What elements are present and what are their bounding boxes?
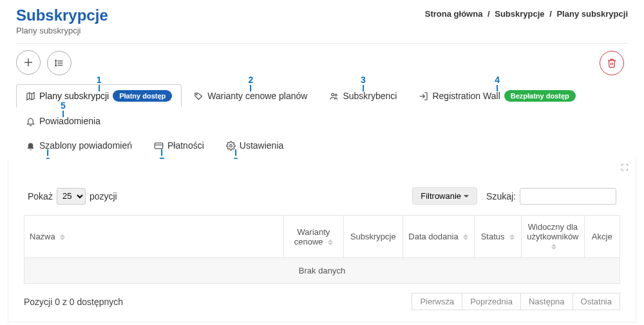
breadcrumb: Strona główna / Subskrypcje / Plany subs… <box>425 6 628 19</box>
sort-icon <box>60 234 65 240</box>
divider <box>16 43 628 44</box>
annotation-marker: 2 <box>248 75 253 91</box>
svg-rect-12 <box>155 143 163 149</box>
column-header[interactable]: Status <box>474 216 522 258</box>
breadcrumb-item[interactable]: Subskrypcje <box>495 9 544 19</box>
table-empty-row: Brak danych <box>24 258 620 284</box>
trash-icon <box>607 58 617 68</box>
column-header[interactable]: Subskrypcje <box>343 216 402 258</box>
show-entries-label-pre: Pokaż <box>28 191 53 201</box>
add-button[interactable] <box>16 50 41 75</box>
page-prev[interactable]: Poprzednia <box>462 293 521 310</box>
map-icon <box>26 91 35 101</box>
gear-icon <box>226 141 236 151</box>
page-title: Subskrypcje <box>16 6 108 24</box>
page-last[interactable]: Ostatnia <box>573 293 620 310</box>
tab-label: Plany subskrypcji <box>39 91 109 101</box>
breadcrumb-item[interactable]: Strona główna <box>425 9 483 19</box>
data-table: Nazwa Warianty cenowe Subskrypcje Data d… <box>24 215 620 284</box>
column-header[interactable]: Widoczny dla użytkowników <box>522 216 584 258</box>
page-subtitle: Plany subskrypcji <box>16 26 108 35</box>
data-panel: Pokaż 25 pozycji Filtrowanie Szukaj: <box>8 159 636 322</box>
svg-point-14 <box>229 144 232 147</box>
breadcrumb-separator: / <box>547 9 554 19</box>
tab-badge: Płatny dostęp <box>113 90 172 102</box>
tab-registration-wall[interactable]: 4 Registration Wall Bezpłatny dostęp <box>409 84 585 107</box>
tab-badge: Bezpłatny dostęp <box>504 90 576 102</box>
bell-icon <box>26 116 35 126</box>
tab-bar: 1 Plany subskrypcji Płatny dostęp 2 Wari… <box>0 75 644 159</box>
breadcrumb-separator: / <box>485 9 493 19</box>
tab-ustawienia[interactable]: 8 Ustawienia <box>216 135 293 156</box>
column-header[interactable]: Warianty cenowe <box>284 216 343 258</box>
page-next[interactable]: Następna <box>520 293 573 310</box>
tab-warianty-cenowe[interactable]: 2 Warianty cenowe planów <box>184 84 317 107</box>
login-icon <box>419 91 428 101</box>
svg-point-9 <box>332 93 334 96</box>
chevron-down-icon <box>464 195 469 198</box>
column-header[interactable]: Nazwa <box>24 216 284 258</box>
column-header: Akcje <box>584 216 620 258</box>
sort-icon <box>463 234 468 240</box>
delete-button[interactable] <box>600 51 624 75</box>
tab-label: Ustawienia <box>240 140 283 151</box>
svg-point-10 <box>335 94 337 96</box>
search-label: Szukaj: <box>486 191 516 201</box>
tab-platnosci[interactable]: 7 Płatności <box>144 135 214 156</box>
tab-powiadomienia[interactable]: 5 Powiadomienia <box>16 110 110 132</box>
fullscreen-icon[interactable] <box>620 163 629 172</box>
column-header[interactable]: Data dodania <box>403 216 475 258</box>
tab-plany-subskrypcji[interactable]: 1 Plany subskrypcji Płatny dostęp <box>16 84 182 107</box>
filter-button[interactable]: Filtrowanie <box>412 187 477 205</box>
page-first[interactable]: Pierwsza <box>412 293 462 310</box>
tag-icon <box>194 91 204 101</box>
tab-label: Subskrybenci <box>343 91 397 101</box>
table-info: Pozycji 0 z 0 dostępnych <box>24 297 123 307</box>
annotation-marker: 4 <box>495 75 500 91</box>
annotation-marker: 3 <box>361 75 366 91</box>
show-entries-label-post: pozycji <box>90 191 117 201</box>
breadcrumb-item: Plany subskrypcji <box>556 9 628 19</box>
tab-label: Warianty cenowe planów <box>207 91 307 101</box>
credit-card-icon <box>154 141 164 151</box>
plus-icon <box>23 57 34 68</box>
tab-szablony-powiadomien[interactable]: 6 Szablony powiadomień <box>16 135 142 156</box>
tab-label: Powiadomienia <box>39 116 100 126</box>
tab-label: Registration Wall <box>432 91 500 101</box>
pagination: Pierwsza Poprzednia Następna Ostatnia <box>412 293 620 310</box>
sort-icon <box>509 234 515 240</box>
svg-point-8 <box>196 94 197 95</box>
reorder-button[interactable] <box>47 51 71 75</box>
bell-solid-icon <box>26 141 35 151</box>
reorder-icon <box>54 58 64 68</box>
tab-label: Płatności <box>167 140 204 151</box>
tab-label: Szablony powiadomień <box>39 140 132 151</box>
search-input[interactable] <box>520 188 616 205</box>
tab-subskrybenci[interactable]: 3 Subskrybenci <box>319 84 406 107</box>
page-size-select[interactable]: 25 <box>57 188 86 205</box>
annotation-marker: 1 <box>97 75 102 91</box>
svg-marker-5 <box>27 92 34 99</box>
users-icon <box>329 91 339 101</box>
sort-icon <box>551 244 556 250</box>
sort-icon <box>328 239 333 245</box>
